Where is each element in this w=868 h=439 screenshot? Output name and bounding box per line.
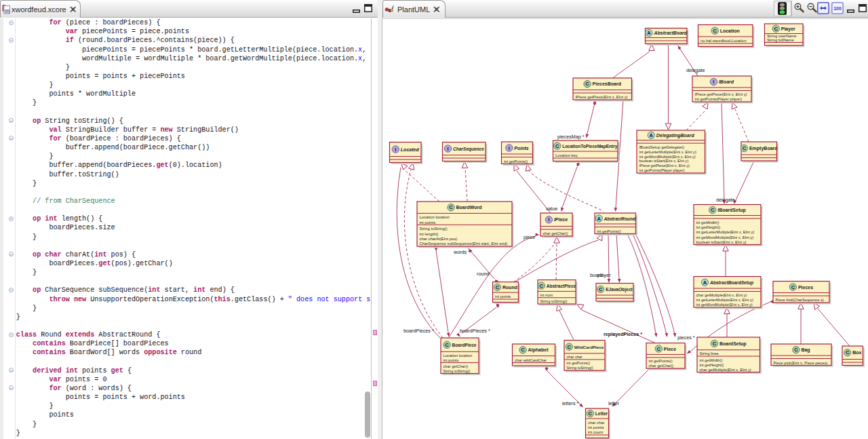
svg-text:100: 100 bbox=[833, 6, 842, 11]
